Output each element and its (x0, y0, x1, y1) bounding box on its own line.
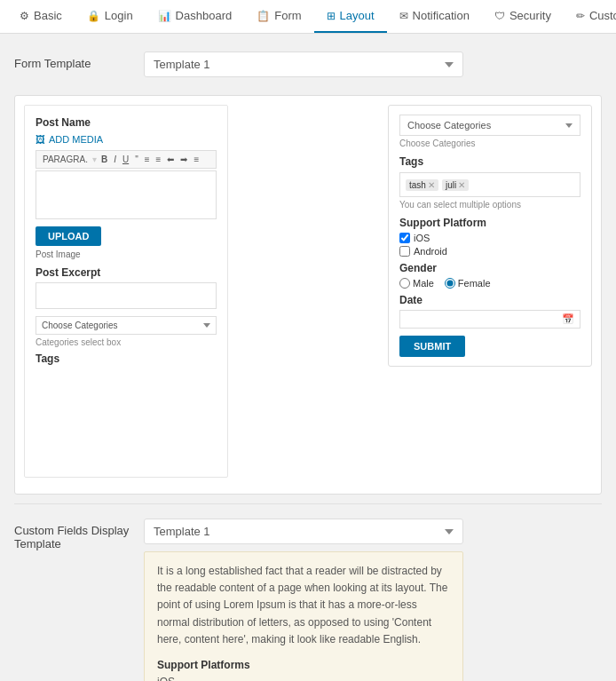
security-icon: 🛡 (494, 10, 505, 22)
custom-fields-label: Custom Fields Display Template (14, 519, 130, 550)
tags-label-editor: Tags (36, 352, 217, 365)
dashboard-icon: 📊 (158, 10, 171, 22)
date-input[interactable] (406, 314, 562, 324)
female-label: Female (458, 278, 491, 289)
calendar-icon: 📅 (562, 313, 574, 325)
toolbar-bold[interactable]: B (99, 154, 109, 165)
excerpt-textarea[interactable] (36, 282, 217, 309)
custom-fields-label-line1: Custom Fields Display (14, 524, 129, 537)
panel-tags-label: Tags (399, 155, 580, 168)
tag-tash: tash ✕ (406, 179, 438, 191)
preview-lorem-text: It is a long established fact that a rea… (157, 563, 450, 648)
add-media-text: ADD MEDIA (49, 134, 103, 145)
tab-notification-label: Notification (413, 9, 470, 22)
toolbar-align-left[interactable]: ⬅ (165, 154, 176, 165)
panel-categories-dropdown[interactable]: Choose Categories (399, 115, 580, 136)
custom-fields-content: Template 1 Template 2 Template 3 It is a… (144, 519, 602, 681)
form-editor: Post Name 🖼 ADD MEDIA PARAGRA. ▾ B I U "… (24, 105, 228, 478)
display-preview: It is a long established fact that a rea… (144, 551, 463, 681)
layout-icon: ⊞ (327, 10, 336, 22)
preview-inner: Post Name 🖼 ADD MEDIA PARAGRA. ▾ B I U "… (15, 96, 601, 487)
ios-label: iOS (414, 233, 430, 243)
android-label: Android (414, 246, 447, 257)
tab-login-label: Login (105, 9, 133, 22)
tags-hint: You can select multiple options (399, 200, 580, 210)
tab-form-label: Form (274, 9, 301, 22)
add-media-button[interactable]: 🖼 ADD MEDIA (36, 134, 217, 145)
female-radio[interactable] (445, 278, 455, 289)
form-icon: 📋 (257, 10, 270, 22)
top-nav: ⚙ Basic 🔒 Login 📊 Dashboard 📋 Form ⊞ Lay… (0, 0, 616, 34)
custom-fields-display-row: Custom Fields Display Template Template … (14, 519, 602, 681)
editor-toolbar: PARAGRA. ▾ B I U " ≡ ≡ ⬅ ➡ ≡ (36, 150, 217, 169)
panel-categories-sub: Choose Categories (399, 139, 580, 148)
tab-customize[interactable]: ✏ Customize (564, 0, 616, 33)
post-excerpt-label: Post Excerpt (36, 266, 217, 279)
tab-security[interactable]: 🛡 Security (482, 0, 564, 33)
basic-icon: ⚙ (20, 10, 29, 22)
gender-label: Gender (399, 262, 580, 274)
tag-juli-remove[interactable]: ✕ (458, 180, 465, 190)
toolbar-underline[interactable]: U (121, 154, 130, 165)
form-template-dropdown[interactable]: Template 1 Template 2 Template 3 (144, 51, 463, 77)
toolbar-quote[interactable]: " (133, 154, 140, 165)
toolbar-italic[interactable]: I (112, 154, 118, 165)
categories-sub-editor: Categories select box (36, 337, 217, 347)
main-content: Form Template Template 1 Template 2 Temp… (0, 34, 616, 681)
form-preview-container: Post Name 🖼 ADD MEDIA PARAGRA. ▾ B I U "… (14, 95, 602, 495)
categories-dropdown-editor[interactable]: Choose Categories (36, 316, 217, 335)
support-platforms-value: iOS (157, 674, 450, 681)
fields-panel: Choose Categories Choose Categories Tags… (388, 105, 592, 367)
tags-box[interactable]: tash ✕ juli ✕ (399, 172, 580, 197)
support-platform-label: Support Platform (399, 217, 580, 229)
tab-layout-label: Layout (340, 9, 375, 22)
tab-dashboard[interactable]: 📊 Dashboard (146, 0, 245, 33)
custom-fields-dropdown[interactable]: Template 1 Template 2 Template 3 (144, 519, 463, 544)
date-label: Date (399, 294, 580, 306)
tab-security-label: Security (509, 9, 551, 22)
tag-juli: juli ✕ (442, 179, 469, 191)
gender-radio-row: Male Female (399, 278, 580, 289)
add-media-icon: 🖼 (36, 134, 45, 145)
toolbar-more[interactable]: ≡ (192, 154, 201, 165)
male-label: Male (413, 278, 434, 289)
notification-icon: ✉ (399, 10, 408, 22)
ios-checkbox[interactable] (399, 233, 410, 243)
submit-button[interactable]: SUBMIT (399, 336, 465, 357)
custom-fields-label-line2: Template (14, 537, 61, 550)
toolbar-list1[interactable]: ≡ (143, 154, 152, 165)
ios-checkbox-row: iOS (399, 233, 580, 243)
login-icon: 🔒 (87, 10, 100, 22)
customize-icon: ✏ (576, 10, 585, 22)
date-input-row: 📅 (399, 310, 580, 329)
male-radio-item: Male (399, 278, 434, 289)
post-name-label: Post Name (36, 116, 217, 129)
toolbar-align-right[interactable]: ➡ (178, 154, 189, 165)
android-checkbox-row: Android (399, 246, 580, 257)
tab-form[interactable]: 📋 Form (244, 0, 313, 33)
form-template-row: Form Template Template 1 Template 2 Temp… (14, 51, 602, 77)
tab-dashboard-label: Dashboard (176, 9, 233, 22)
tab-login[interactable]: 🔒 Login (75, 0, 146, 33)
form-template-content: Template 1 Template 2 Template 3 (144, 51, 602, 77)
tag-juli-text: juli (446, 180, 456, 190)
tag-tash-text: tash (409, 180, 426, 190)
toolbar-paragraph[interactable]: PARAGRA. (41, 154, 90, 165)
post-image-label: Post Image (36, 249, 217, 259)
tab-layout[interactable]: ⊞ Layout (314, 0, 387, 33)
tab-notification[interactable]: ✉ Notification (387, 0, 482, 33)
female-radio-item: Female (445, 278, 491, 289)
tab-basic-label: Basic (34, 9, 62, 22)
toolbar-list2[interactable]: ≡ (154, 154, 163, 165)
male-radio[interactable] (399, 278, 410, 289)
tag-tash-remove[interactable]: ✕ (428, 180, 435, 190)
upload-button[interactable]: UPLOAD (36, 226, 101, 246)
tab-basic[interactable]: ⚙ Basic (7, 0, 75, 33)
form-template-label: Form Template (14, 51, 130, 70)
support-platforms-field: Support Platforms iOS (157, 657, 450, 681)
android-checkbox[interactable] (399, 246, 410, 257)
tab-customize-label: Customize (589, 9, 616, 22)
support-platforms-name: Support Platforms (157, 657, 450, 674)
section-divider (14, 503, 602, 504)
editor-textarea[interactable] (36, 170, 217, 219)
